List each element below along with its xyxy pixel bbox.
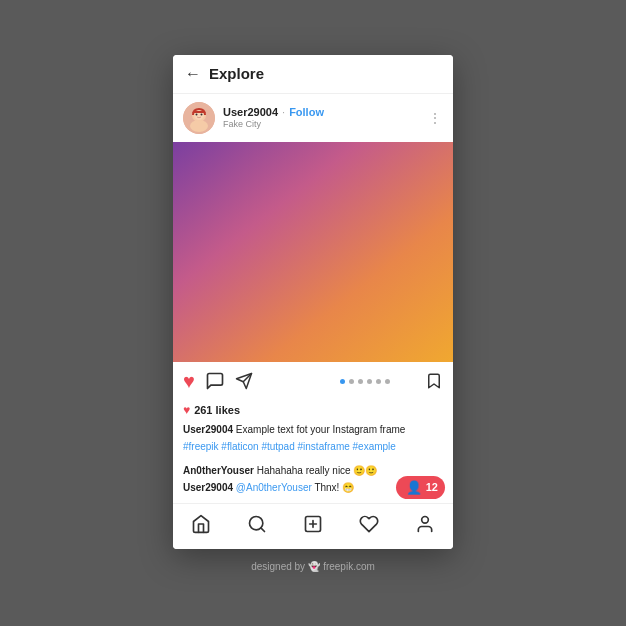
- footer-label: designed by: [251, 561, 305, 572]
- notification-count: 12: [426, 481, 438, 493]
- svg-line-9: [261, 527, 265, 531]
- caption-row: User29004 Example text fot your Instagra…: [183, 423, 443, 437]
- nav-search-button[interactable]: [239, 512, 275, 541]
- phone-frame: ← Explore User29004 · Follow: [173, 55, 453, 549]
- more-options-icon[interactable]: ⋮: [428, 110, 443, 126]
- notification-person-icon: 👤: [406, 480, 422, 495]
- username-row: User29004 · Follow: [223, 106, 428, 118]
- commenter-username-2: User29004: [183, 482, 233, 493]
- caption-username: User29004: [183, 424, 233, 435]
- share-button[interactable]: [235, 372, 253, 390]
- nav-home-button[interactable]: [183, 512, 219, 541]
- commenter-username-1: An0therYouser: [183, 465, 254, 476]
- post-image: [173, 142, 453, 362]
- username: User29004: [223, 106, 278, 118]
- svg-point-13: [422, 516, 429, 523]
- search-icon: [247, 514, 267, 534]
- nav-profile-button[interactable]: [407, 512, 443, 541]
- dot-6: [385, 379, 390, 384]
- header: ← Explore: [173, 55, 453, 94]
- comment-button[interactable]: [205, 371, 225, 391]
- footer: designed by 👻 freepik.com: [251, 561, 375, 572]
- share-icon: [235, 372, 253, 390]
- dot-4: [367, 379, 372, 384]
- comment-mention: @An0therYouser: [236, 482, 312, 493]
- dot-3: [358, 379, 363, 384]
- hashtags-row: #freepik #flaticon #tutpad #instaframe #…: [183, 440, 443, 454]
- hashtags: #freepik #flaticon #tutpad #instaframe #…: [183, 441, 396, 452]
- dot-5: [376, 379, 381, 384]
- post-header: User29004 · Follow Fake City ⋮: [173, 94, 453, 142]
- avatar-image: [183, 102, 215, 134]
- comments-section: An0therYouser Hahahaha really nice 🙂🙂 Us…: [173, 461, 453, 503]
- person-icon: [415, 514, 435, 534]
- follow-button[interactable]: Follow: [289, 106, 324, 118]
- comment-after-mention: Thnx! 😁: [314, 482, 354, 493]
- home-icon: [191, 514, 211, 534]
- likes-heart-icon: ♥: [183, 403, 190, 417]
- footer-domain: freepik.com: [323, 561, 375, 572]
- action-bar: ♥: [173, 362, 453, 401]
- likes-count: 261 likes: [194, 404, 240, 416]
- svg-point-2: [190, 120, 208, 132]
- comment-icon: [205, 371, 225, 391]
- likes-row: ♥ 261 likes: [173, 401, 453, 421]
- dot-1: [340, 379, 345, 384]
- save-button[interactable]: [425, 371, 443, 391]
- nav-heart-button[interactable]: [351, 512, 387, 541]
- nav-add-button[interactable]: [295, 512, 331, 541]
- heart-nav-icon: [359, 514, 379, 534]
- caption-section: User29004 Example text fot your Instagra…: [173, 421, 453, 461]
- user-info: User29004 · Follow Fake City: [223, 106, 428, 129]
- dot-separator: ·: [282, 106, 285, 118]
- bottom-nav: [173, 503, 453, 549]
- like-button[interactable]: ♥: [183, 370, 195, 393]
- svg-point-4: [196, 113, 198, 115]
- page-title: Explore: [209, 65, 264, 82]
- footer-emoji: 👻: [308, 561, 320, 572]
- back-arrow-icon[interactable]: ←: [185, 65, 201, 83]
- svg-point-5: [201, 113, 203, 115]
- carousel-dots: [304, 379, 425, 384]
- location-label: Fake City: [223, 119, 428, 129]
- action-icons: ♥: [183, 370, 304, 393]
- avatar: [183, 102, 215, 134]
- notification-badge[interactable]: 👤 12: [396, 476, 445, 499]
- caption-text: Example text fot your Instagram frame: [236, 424, 406, 435]
- bookmark-icon: [425, 371, 443, 391]
- dot-2: [349, 379, 354, 384]
- plus-square-icon: [303, 514, 323, 534]
- comment-row-1: An0therYouser Hahahaha really nice 🙂🙂: [183, 463, 443, 478]
- comment-text-1: Hahahaha really nice 🙂🙂: [257, 465, 378, 476]
